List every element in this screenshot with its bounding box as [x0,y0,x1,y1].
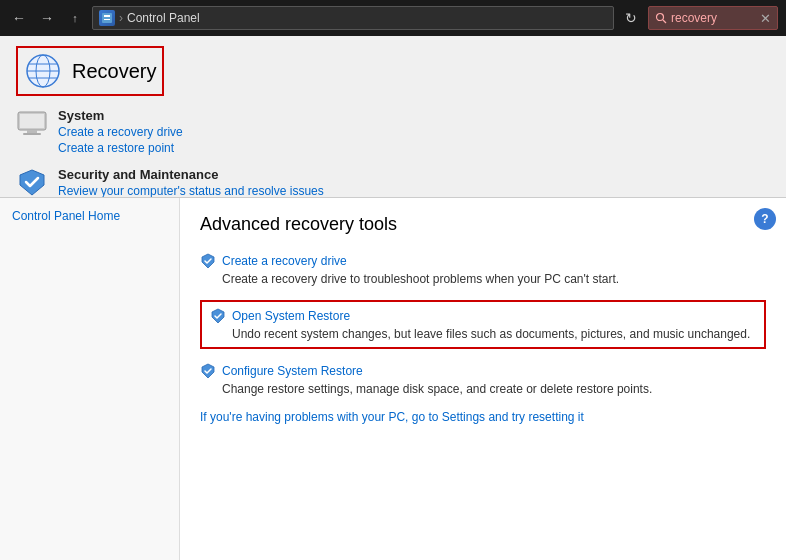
svg-line-4 [663,20,666,23]
recovery-icon [24,52,62,90]
system-content: System Create a recovery drive Create a … [58,108,183,155]
back-button[interactable]: ← [8,7,30,29]
security-icon [16,167,48,198]
shield-icon-2 [210,308,226,324]
system-restore-desc: Undo recent system changes, but leave fi… [232,327,756,341]
tool-recovery-drive: Create a recovery drive Create a recover… [200,253,766,286]
review-status-link[interactable]: Review your computer's status and resolv… [58,184,324,198]
system-title: System [58,108,183,123]
security-title: Security and Maintenance [58,167,324,182]
tool-system-restore-highlighted: Open System Restore Undo recent system c… [200,300,766,349]
recovery-title: Recovery [72,60,156,83]
top-section: Recovery System Create a recovery drive … [0,36,786,198]
shield-icon-1 [200,253,216,269]
up-button[interactable]: ↑ [64,7,86,29]
address-bar[interactable]: › Control Panel [92,6,614,30]
svg-rect-1 [104,15,110,17]
reset-settings-link[interactable]: If you're having problems with your PC, … [200,410,766,424]
address-icon [99,10,115,26]
create-recovery-drive-link[interactable]: Create a recovery drive [222,254,347,268]
shield-icon-3 [200,363,216,379]
forward-button[interactable]: → [36,7,58,29]
search-box[interactable]: recovery ✕ [648,6,778,30]
title-bar: ← → ↑ › Control Panel ↻ recovery ✕ [0,0,786,36]
refresh-button[interactable]: ↻ [620,7,642,29]
search-icon [655,12,667,24]
create-restore-point-link[interactable]: Create a restore point [58,141,183,155]
svg-point-3 [657,14,664,21]
bottom-section: Control Panel Home Advanced recovery too… [0,198,786,560]
configure-restore-desc: Change restore settings, manage disk spa… [222,382,766,396]
help-button[interactable]: ? [754,208,776,230]
create-recovery-drive-link-top[interactable]: Create a recovery drive [58,125,183,139]
main-content: Advanced recovery tools Create a recover… [180,198,786,560]
main-title: Advanced recovery tools [200,214,766,235]
system-icon [16,108,48,140]
recovery-drive-desc: Create a recovery drive to troubleshoot … [222,272,766,286]
svg-rect-12 [27,130,37,133]
security-item: Security and Maintenance Review your com… [16,167,770,198]
tool-configure-restore: Configure System Restore Change restore … [200,363,766,396]
system-item: System Create a recovery drive Create a … [16,108,770,155]
svg-rect-0 [102,13,112,23]
configure-system-restore-link[interactable]: Configure System Restore [222,364,363,378]
svg-rect-11 [20,114,44,128]
top-items-list: System Create a recovery drive Create a … [16,108,770,198]
search-clear-button[interactable]: ✕ [760,11,771,26]
recovery-header: Recovery [16,46,164,96]
sidebar: Control Panel Home [0,198,180,560]
search-text: recovery [671,11,754,25]
svg-rect-13 [23,133,41,135]
open-system-restore-link[interactable]: Open System Restore [232,309,350,323]
address-separator: › [119,11,123,25]
security-content: Security and Maintenance Review your com… [58,167,324,198]
control-panel-home-link[interactable]: Control Panel Home [12,209,120,223]
svg-rect-2 [104,19,110,20]
address-text: Control Panel [127,11,200,25]
